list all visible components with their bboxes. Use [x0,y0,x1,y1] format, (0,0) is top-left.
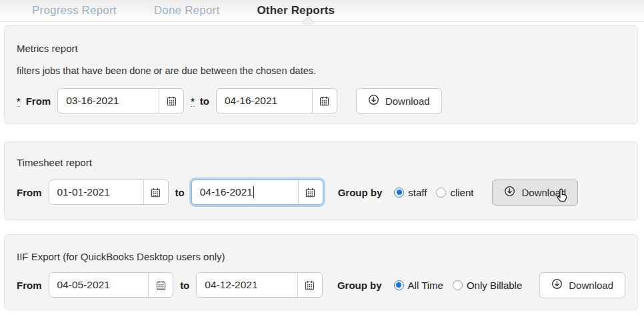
metrics-to-date-input[interactable]: 04-16-2021 [216,88,337,113]
timesheet-radio-client-label[interactable]: client [450,187,473,198]
timesheet-download-button[interactable]: Download [492,180,578,206]
iif-date-row: From 04-05-2021 to 04-12-2021 Group by A… [17,272,625,298]
tab-progress-report[interactable]: Progress Report [32,4,117,17]
radio-selected-icon[interactable] [394,280,404,290]
required-marker: * [191,97,194,107]
iif-radio-all-time[interactable]: All Time [394,280,443,291]
metrics-from-label: * From [17,95,51,107]
timesheet-report-panel: Timesheet report From 01-01-2021 to 04-1… [4,141,638,220]
timesheet-to-date-value[interactable]: 04-16-2021 [192,180,298,204]
tab-other-reports[interactable]: Other Reports [257,4,335,17]
radio-unselected-icon[interactable] [436,188,446,198]
timesheet-to-label: to [175,187,185,198]
timesheet-download-label: Download [521,187,566,198]
iif-to-date-value[interactable]: 04-12-2021 [197,273,297,297]
metrics-report-description: filters jobs that have been done or are … [17,65,625,76]
timesheet-from-label: From [17,187,42,198]
calendar-icon[interactable] [159,89,183,113]
iif-radio-only-billable[interactable]: Only Billable [453,280,522,291]
metrics-from-date-input[interactable]: 03-16-2021 [57,88,184,113]
iif-to-label: to [180,280,189,291]
metrics-download-button[interactable]: Download [356,88,442,114]
timesheet-to-date-input[interactable]: 04-16-2021 [191,180,323,205]
calendar-icon[interactable] [144,180,168,204]
timesheet-radio-client[interactable]: client [436,187,473,198]
calendar-icon[interactable] [299,180,323,204]
calendar-icon[interactable] [298,273,322,297]
text-cursor [253,186,255,198]
download-icon [551,278,563,292]
iif-download-button[interactable]: Download [539,272,625,298]
iif-export-title: IIF Export (for QuickBooks Desktop users… [17,235,625,262]
iif-from-date-value[interactable]: 04-05-2021 [49,273,149,297]
metrics-to-label: * to [191,95,209,107]
iif-export-panel: IIF Export (for QuickBooks Desktop users… [4,234,638,310]
timesheet-group-by-label: Group by [338,187,383,198]
iif-to-date-input[interactable]: 04-12-2021 [196,272,323,298]
timesheet-radio-staff-label[interactable]: staff [408,187,427,198]
metrics-report-panel: Metrics report filters jobs that have be… [4,25,638,124]
metrics-date-row: * From 03-16-2021 * to 04-16-2021 Downlo… [17,87,625,114]
radio-unselected-icon[interactable] [453,280,463,290]
calendar-icon[interactable] [313,89,337,113]
iif-download-label: Download [569,280,613,291]
timesheet-report-title: Timesheet report [17,142,625,168]
radio-selected-icon[interactable] [394,188,404,198]
calendar-icon[interactable] [149,273,173,297]
download-icon [368,94,379,107]
timesheet-date-row: From 01-01-2021 to 04-16-2021 Group by s… [17,179,625,206]
iif-from-date-input[interactable]: 04-05-2021 [49,272,174,298]
timesheet-from-date-input[interactable]: 01-01-2021 [49,180,169,205]
required-marker: * [17,97,20,107]
iif-radio-all-time-label[interactable]: All Time [408,280,443,291]
metrics-report-title: Metrics report [17,26,625,54]
iif-from-label: From [17,280,42,291]
tab-done-report[interactable]: Done Report [154,4,220,17]
timesheet-radio-staff[interactable]: staff [394,187,427,198]
timesheet-from-date-value[interactable]: 01-01-2021 [49,180,143,204]
report-tabs: Progress Report Done Report Other Report… [0,0,644,22]
download-icon [504,186,515,199]
metrics-to-date-value[interactable]: 04-16-2021 [217,89,312,113]
metrics-download-label: Download [385,95,430,107]
iif-radio-only-billable-label[interactable]: Only Billable [467,280,522,291]
metrics-from-date-value[interactable]: 03-16-2021 [58,89,159,113]
iif-group-by-label: Group by [337,280,382,291]
